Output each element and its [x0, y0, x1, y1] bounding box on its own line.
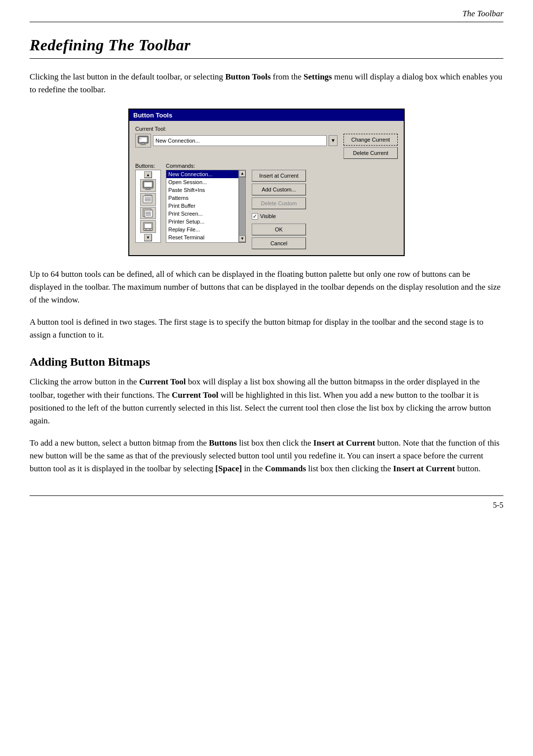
dialog-titlebar: Button Tools: [129, 110, 404, 121]
buttons-scroll-down[interactable]: ▼: [144, 234, 152, 241]
dropdown-arrow-btn[interactable]: ▼: [329, 135, 338, 146]
visible-row: ✓ Visible: [252, 213, 306, 220]
cmd-item-8[interactable]: Reset Terminal: [166, 233, 238, 241]
cmd-item-2[interactable]: Paste Shift+Ins: [166, 186, 238, 194]
bold-current-tool-1: Current Tool: [139, 377, 186, 386]
button-tools-dialog: Button Tools Current Tool:: [128, 109, 405, 256]
right-buttons-top: Change Current Delete Current: [343, 134, 398, 159]
bold-commands: Commands: [265, 464, 306, 473]
bold-buttons: Buttons: [209, 438, 237, 448]
visible-checkbox[interactable]: ✓: [252, 213, 258, 220]
buttons-scroll-up[interactable]: ▲: [144, 171, 152, 179]
cancel-btn[interactable]: Cancel: [252, 237, 306, 249]
cmd-item-3[interactable]: Patterns: [166, 194, 238, 202]
cmd-item-4[interactable]: Print Buffer: [166, 202, 238, 210]
right-col-buttons: Insert at Current Add Custom... Delete C…: [252, 163, 306, 249]
commands-label: Commands:: [166, 163, 246, 169]
lists-area: Buttons: ▲: [135, 163, 398, 249]
cmd-item-0[interactable]: New Connection...: [166, 170, 238, 178]
buttons-section: Buttons: ▲: [135, 163, 161, 243]
delete-custom-btn: Delete Custom: [252, 197, 306, 209]
bold-insert-at-current-1: Insert at Current: [313, 438, 375, 448]
btn-icon-4: [140, 220, 156, 233]
buttons-list[interactable]: ▲: [135, 170, 161, 243]
header-title: The Toolbar: [462, 9, 503, 19]
page-header: The Toolbar: [30, 0, 503, 22]
commands-scroll: New Connection... Open Session... Paste …: [166, 170, 238, 243]
btn-icon-1: [140, 179, 156, 192]
commands-scroll-down[interactable]: ▼: [239, 235, 246, 242]
buttons-label: Buttons:: [135, 163, 161, 169]
ok-btn[interactable]: OK: [252, 224, 306, 235]
bold-settings: Settings: [304, 72, 332, 81]
title-divider: [30, 58, 503, 59]
bold-current-tool-2: Current Tool: [172, 390, 219, 400]
cmd-item-6[interactable]: Printer Setup...: [166, 218, 238, 226]
commands-list[interactable]: New Connection... Open Session... Paste …: [166, 170, 239, 243]
visible-label: Visible: [260, 213, 276, 219]
commands-section: Commands: New Connection... Open Session…: [166, 163, 246, 243]
cmd-item-7[interactable]: Replay File...: [166, 226, 238, 233]
current-tool-icon: [135, 134, 151, 148]
intro-paragraph: Clicking the last button in the default …: [30, 71, 503, 97]
page-number: 5-5: [493, 501, 503, 510]
current-tool-input[interactable]: [153, 135, 327, 146]
bold-button-tools: Button Tools: [225, 72, 270, 81]
dialog-screenshot: Button Tools Current Tool:: [30, 109, 503, 256]
svg-rect-5: [144, 182, 152, 187]
para3: A button tool is defined in two stages. …: [30, 316, 503, 342]
change-current-btn[interactable]: Change Current: [343, 134, 398, 146]
bold-space: [Space]: [215, 464, 242, 473]
btn-icon-2: [140, 193, 156, 206]
para2: Up to 64 button tools can be defined, al…: [30, 268, 503, 307]
add-custom-btn[interactable]: Add Custom...: [252, 184, 306, 195]
commands-list-wrap: New Connection... Open Session... Paste …: [166, 170, 246, 243]
page-footer: 5-5: [30, 495, 503, 519]
page-title: Redefining The Toolbar: [30, 36, 503, 54]
commands-scroll-thumb: [239, 177, 245, 235]
commands-scrollbar: ▲ ▼: [239, 170, 246, 243]
btn-icon-3: [140, 207, 156, 220]
bold-insert-at-current-2: Insert at Current: [393, 464, 455, 473]
para5: To add a new button, select a button bit…: [30, 437, 503, 476]
section-title: Adding Button Bitmaps: [30, 355, 503, 369]
delete-current-btn[interactable]: Delete Current: [343, 147, 398, 159]
svg-rect-18: [145, 224, 152, 228]
cmd-item-1[interactable]: Open Session...: [166, 178, 238, 186]
current-tool-label: Current Tool:: [135, 126, 398, 132]
para4: Clicking the arrow button in the Current…: [30, 376, 503, 427]
insert-at-current-btn[interactable]: Insert at Current: [252, 170, 306, 182]
commands-scroll-up[interactable]: ▲: [239, 170, 246, 177]
svg-rect-1: [139, 137, 147, 142]
cmd-item-9[interactable]: RstView: [166, 241, 238, 243]
dialog-body: Current Tool:: [129, 121, 404, 255]
cmd-item-5[interactable]: Print Screen...: [166, 210, 238, 218]
